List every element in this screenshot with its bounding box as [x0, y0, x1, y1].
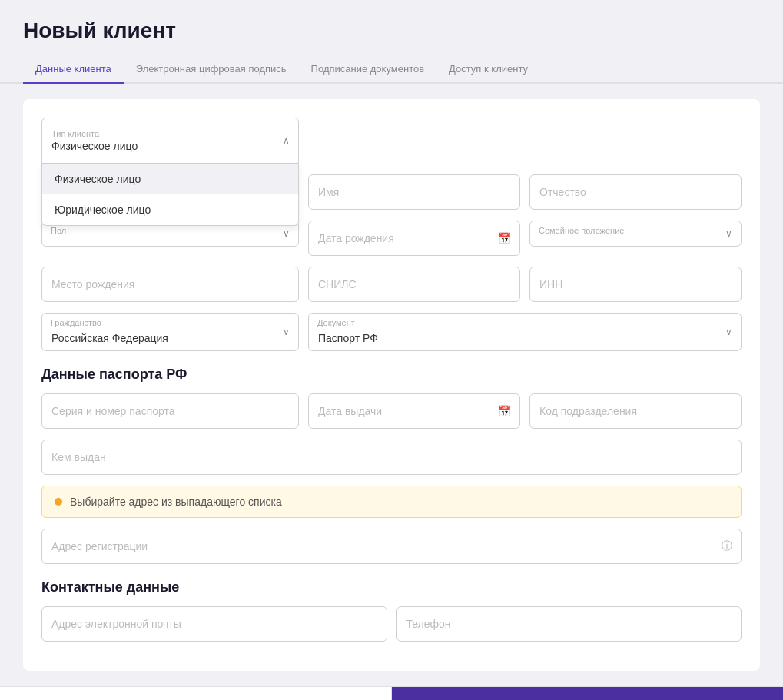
address-warning-banner: Выбирайте адрес из выпадающего списка	[41, 486, 742, 518]
document-select[interactable]: Паспорт РФ	[308, 313, 742, 351]
chevron-up-icon: ∧	[283, 135, 290, 146]
birth-date-input[interactable]	[308, 221, 520, 256]
form-card: Тип клиента Физическое лицо ∧ Физическое…	[23, 99, 760, 671]
tab-document-signing[interactable]: Подписание документов	[299, 55, 436, 84]
division-code-input[interactable]	[529, 393, 742, 429]
issued-by-field	[41, 440, 742, 475]
first-name-field	[308, 174, 520, 210]
division-code-field	[529, 393, 742, 429]
address-warning-text: Выбирайте адрес из выпадающего списка	[70, 496, 282, 508]
email-input[interactable]	[41, 606, 387, 642]
birth-place-field	[41, 267, 299, 302]
marital-status-field: Семейное положение ∨	[529, 221, 742, 256]
tab-client-access[interactable]: Доступ к клиенту	[436, 55, 540, 84]
inn-input[interactable]	[529, 267, 742, 302]
birth-date-field: 📅	[308, 221, 520, 256]
registration-address-input[interactable]	[41, 529, 742, 564]
middle-name-input[interactable]	[529, 174, 742, 210]
tab-digital-signature[interactable]: Электронная цифровая подпись	[124, 55, 299, 84]
save-button[interactable]: Сохранить клиента	[392, 687, 783, 700]
citizenship-value: Российская Федерация	[51, 332, 168, 344]
contacts-row	[41, 606, 742, 642]
citizenship-doc-row: Гражданство Российская Федерация ∨ Докум…	[41, 313, 742, 351]
issue-date-field: 📅	[308, 393, 520, 429]
phone-input[interactable]	[396, 606, 742, 642]
marital-status-select[interactable]	[529, 221, 742, 247]
tab-client-data[interactable]: Данные клиента	[23, 55, 124, 84]
client-type-dropdown[interactable]: Тип клиента Физическое лицо ∧ Физическое…	[41, 118, 299, 164]
client-type-label: Тип клиента	[51, 129, 270, 138]
client-type-value: Физическое лицо	[51, 140, 270, 152]
passport-row: 📅	[41, 393, 742, 429]
passport-section-title: Данные паспорта РФ	[41, 367, 742, 383]
issue-date-input[interactable]	[308, 393, 520, 429]
document-field: Документ Паспорт РФ ∨	[308, 313, 742, 351]
registration-address-field: ⓘ	[41, 529, 742, 564]
client-type-menu: Физическое лицо Юридическое лицо	[41, 164, 299, 226]
email-field	[41, 606, 387, 642]
tabs-bar: Данные клиента Электронная цифровая подп…	[0, 55, 783, 84]
citizenship-field: Гражданство Российская Федерация ∨	[41, 313, 299, 351]
client-type-option-legal[interactable]: Юридическое лицо	[42, 194, 298, 225]
passport-series-input[interactable]	[41, 393, 299, 429]
client-type-row: Тип клиента Физическое лицо ∧ Физическое…	[41, 118, 742, 164]
inn-field	[529, 267, 742, 302]
contacts-section-title: Контактные данные	[41, 579, 742, 595]
back-button[interactable]: Вернуться к списку клиентов	[0, 687, 391, 700]
address-row: ⓘ	[41, 529, 742, 564]
birth-place-input[interactable]	[41, 267, 299, 302]
footer: Вернуться к списку клиентов Сохранить кл…	[0, 686, 783, 700]
citizenship-select[interactable]: Российская Федерация	[41, 313, 299, 351]
page-header: Новый клиент	[0, 0, 783, 55]
snils-field	[308, 267, 520, 302]
client-type-trigger[interactable]: Тип клиента Физическое лицо ∧	[41, 118, 299, 164]
middle-name-field	[529, 174, 742, 210]
page-title: Новый клиент	[23, 18, 760, 43]
issued-by-input[interactable]	[41, 440, 742, 475]
client-type-option-individual[interactable]: Физическое лицо	[42, 164, 298, 194]
snils-input[interactable]	[308, 267, 520, 302]
document-value: Паспорт РФ	[318, 332, 378, 344]
client-type-field: Тип клиента Физическое лицо ∧ Физическое…	[41, 118, 299, 164]
first-name-input[interactable]	[308, 174, 520, 210]
birth-place-row	[41, 267, 742, 302]
main-content: Тип клиента Физическое лицо ∧ Физическое…	[0, 84, 783, 686]
issued-by-row	[41, 440, 742, 475]
phone-field	[396, 606, 742, 642]
warning-dot-icon	[55, 498, 62, 506]
passport-series-field	[41, 393, 299, 429]
